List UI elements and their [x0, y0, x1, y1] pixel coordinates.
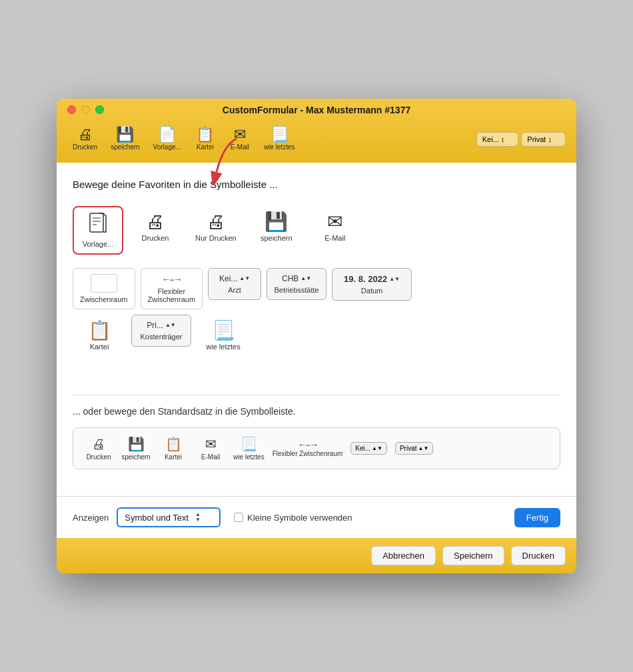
modal-title: Bewege deine Favoriten in die Symbolleis…	[73, 179, 560, 190]
grid-item-datum[interactable]: 19. 8. 2022 ▲▼ Datum	[332, 268, 412, 301]
items-row1: Vorlage... 🖨 Drucken 🖨 Nur Drucken 💾 spe…	[73, 206, 560, 255]
betrieb-chevrons: ▲▼	[301, 276, 311, 281]
grid-item-flexibel[interactable]: ←···→ FlexiblerZwischenraum	[141, 268, 203, 309]
window-footer: Abbrechen Speichern Drucken	[57, 538, 576, 573]
grid-item-drucken[interactable]: 🖨 Drucken	[129, 206, 182, 255]
vorlage-icon	[89, 213, 107, 237]
wieletztes-label: wie letztes	[206, 343, 240, 351]
toolbar-item-speichern[interactable]: 💾 speichern	[105, 125, 145, 153]
arzt-select-inner: Kei... ▲▼	[219, 274, 250, 283]
arzt-select[interactable]: Kei... ↕	[476, 132, 519, 147]
section-subtitle: ... oder bewege den Standardsatz in die …	[73, 406, 560, 417]
std-item-drucken[interactable]: 🖨 Drucken	[84, 437, 113, 461]
close-button[interactable]	[67, 105, 76, 114]
toolbar-label-vorlage: Vorlage...	[153, 143, 181, 151]
email-icon2: ✉	[327, 213, 342, 231]
std-speichern-label: speichern	[121, 453, 150, 461]
std-print-icon: 🖨	[92, 437, 105, 452]
main-window: CustomFormular - Max Mustermann #1377 🖨 …	[57, 99, 576, 573]
toolbar-item-vorlage[interactable]: 📄 Vorlage...	[148, 125, 187, 153]
datum-chevrons: ▲▼	[389, 277, 400, 282]
fullscreen-button[interactable]	[95, 105, 104, 114]
std-wieletztes-label: wie letztes	[233, 453, 265, 461]
std-drucken-label: Drucken	[86, 453, 111, 461]
modal-panel: Bewege deine Favoriten in die Symbolleis…	[57, 163, 576, 497]
email-label: E-Mail	[324, 234, 345, 242]
anzeigen-value: Symbol und Text	[125, 513, 189, 523]
anzeigen-dropdown[interactable]: Symbol und Text ▲▼	[117, 507, 221, 527]
grid-item-betriebsstaette[interactable]: CHB ▲▼ Betriebsstätte	[267, 268, 326, 300]
std-item-email[interactable]: ✉ E-Mail	[196, 436, 225, 461]
std-kosten-chevrons: ▲▼	[418, 445, 428, 451]
wieletztes-icon2: 📃	[212, 321, 235, 340]
std-item-kostentraeger[interactable]: Privat ▲▼	[395, 442, 433, 455]
spacer	[73, 363, 560, 384]
grid-item-kartei[interactable]: 📋 Kartei	[73, 315, 126, 357]
betrieb-label: Betriebsstätte	[274, 286, 318, 294]
datum-value: 19. 8. 2022	[344, 274, 387, 284]
grid-item-vorlage[interactable]: Vorlage...	[73, 206, 123, 255]
grid-item-email[interactable]: ✉ E-Mail	[309, 206, 362, 255]
kostentraeger-select-value: Privat ↕	[527, 135, 552, 143]
space-icon	[91, 274, 117, 293]
arzt-chevrons: ▲▼	[239, 276, 250, 281]
std-kartei-icon: 📋	[165, 436, 182, 452]
datum-inner: 19. 8. 2022 ▲▼	[344, 274, 400, 284]
nurdrucken-label: Nur Drucken	[195, 234, 237, 242]
drucken-button[interactable]: Drucken	[511, 546, 566, 565]
titlebar: CustomFormular - Max Mustermann #1377 🖨 …	[57, 99, 576, 163]
std-item-speichern[interactable]: 💾 speichern	[121, 436, 151, 461]
grid-item-wieletztes[interactable]: 📃 wie letztes	[197, 315, 250, 357]
anzeigen-label: Anzeigen	[73, 513, 109, 523]
kosten-label: Kostenträger	[141, 333, 183, 341]
bottom-bar: Anzeigen Symbol und Text ▲▼ Kleine Symbo…	[57, 497, 576, 538]
print-icon3: 🖨	[207, 213, 225, 231]
dropdown-chevrons: ▲▼	[195, 512, 201, 523]
grid-item-nurdrucken[interactable]: 🖨 Nur Drucken	[187, 206, 245, 255]
kleine-symbole-checkbox[interactable]	[234, 513, 243, 522]
window-title: CustomFormular - Max Mustermann #1377	[67, 105, 566, 115]
toolbar-label-speichern: speichern	[111, 143, 139, 151]
betrieb-value: CHB	[282, 274, 299, 283]
grid-item-zwischenraum[interactable]: Zwischenraum	[73, 268, 135, 309]
std-email-label: E-Mail	[201, 453, 220, 461]
std-item-kartei[interactable]: 📋 Kartei	[159, 436, 188, 461]
speichern-button[interactable]: Speichern	[442, 546, 504, 565]
kosten-value: Pri...	[147, 321, 163, 330]
wieletztes-icon: 📃	[271, 127, 289, 142]
std-arzt-value: Kei...	[355, 445, 370, 452]
std-item-wieletztes[interactable]: 📃 wie letztes	[233, 436, 265, 461]
betrieb-select-inner: CHB ▲▼	[282, 274, 311, 283]
fertig-button[interactable]: Fertig	[514, 508, 560, 527]
grid-item-kostentraeger[interactable]: Pri... ▲▼ Kostenträger	[131, 315, 191, 347]
toolbar-item-drucken[interactable]: 🖨 Drucken	[67, 125, 103, 153]
kleine-symbole-checkbox-area[interactable]: Kleine Symbole verwenden	[234, 513, 352, 523]
kosten-select-inner: Pri... ▲▼	[147, 321, 176, 330]
std-flex-icon: ←···→	[298, 439, 318, 450]
minimize-button[interactable]	[81, 105, 90, 114]
grid-item-speichern[interactable]: 💾 speichern	[250, 206, 303, 255]
section-divider	[73, 395, 560, 395]
std-kartei-label: Kartei	[165, 453, 182, 461]
arzt-select-value: Kei... ↕	[482, 135, 505, 143]
grid-item-arzt[interactable]: Kei... ▲▼ Arzt	[208, 268, 261, 300]
kostentraeger-select[interactable]: Privat ↕	[521, 132, 566, 147]
items-row2: Zwischenraum ←···→ FlexiblerZwischenraum…	[73, 268, 560, 309]
toolbar-item-wieletztes[interactable]: 📃 wie letztes	[259, 125, 301, 153]
std-arzt-chevrons: ▲▼	[372, 445, 382, 451]
speichern-label: speichern	[261, 234, 293, 242]
datum-label: Datum	[361, 287, 382, 295]
zwischenraum-label: Zwischenraum	[80, 295, 128, 303]
std-item-arzt[interactable]: Kei... ▲▼	[350, 442, 387, 455]
toolbar-label-wieletztes: wie letztes	[264, 143, 295, 151]
save-icon2: 💾	[265, 213, 288, 231]
std-item-flexibel[interactable]: ←···→ Flexibler Zwischenraum	[273, 439, 343, 457]
kleine-symbole-label: Kleine Symbole verwenden	[247, 513, 352, 523]
flexspace-icon: ←···→	[161, 274, 181, 285]
red-arrow-indicator	[203, 132, 257, 185]
std-wieletztes-icon: 📃	[241, 436, 257, 452]
kosten-chevrons: ▲▼	[165, 323, 176, 328]
abbrechen-button[interactable]: Abbrechen	[371, 546, 436, 565]
save-icon: 💾	[116, 127, 134, 142]
arzt-label: Arzt	[228, 286, 241, 294]
